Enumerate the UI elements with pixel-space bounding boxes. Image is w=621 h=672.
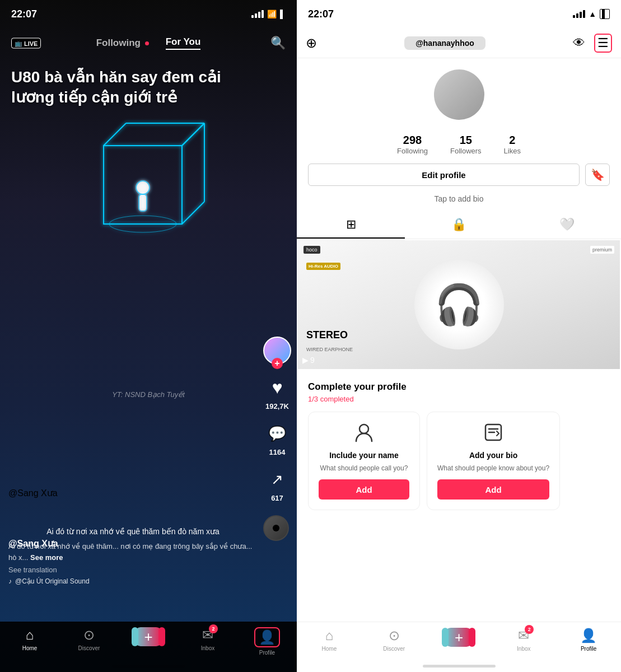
discover-label: Discover <box>78 645 100 651</box>
menu-button[interactable]: ☰ <box>594 34 612 53</box>
right-plus-icon: + <box>455 629 463 646</box>
right-nav-inbox[interactable]: ✉ 2 Inbox <box>491 628 556 652</box>
right-create-button[interactable]: + <box>445 628 472 647</box>
right-nav-discover[interactable]: ⊙ Discover <box>362 628 427 652</box>
comment-count: 1164 <box>269 448 286 456</box>
complete-cards: Include your name What should people cal… <box>308 412 610 510</box>
nav-discover[interactable]: ⊙ Discover <box>59 627 119 651</box>
username-display: @hananayhhoo <box>404 36 485 50</box>
complete-card-name: Include your name What should people cal… <box>308 412 420 510</box>
music-note-icon: ♪ <box>8 577 12 585</box>
cube-svg <box>70 101 227 258</box>
video-title: U80 bà vẫn hăn say đem cải lương tiếp cậ… <box>11 67 258 108</box>
see-more-link[interactable]: See more <box>30 553 63 562</box>
private-tab[interactable]: 🔒 <box>405 212 513 239</box>
profile-icon: 👤 <box>259 629 276 645</box>
right-home-label: Home <box>322 646 337 652</box>
music-avatar <box>263 515 289 541</box>
following-label: Following <box>96 38 141 48</box>
right-home-indicator <box>423 665 496 668</box>
bio-text[interactable]: Tap to add bio <box>297 194 621 212</box>
heart-outline-icon: 🤍 <box>559 217 575 232</box>
share-count: 617 <box>271 494 283 502</box>
following-count: 298 <box>403 134 422 147</box>
svg-line-1 <box>104 123 126 146</box>
comment-action[interactable]: 💬 1164 <box>264 421 290 456</box>
complete-subtitle: 1/3 completed <box>308 395 610 403</box>
profile-highlight: 👤 <box>254 627 280 647</box>
right-signal-icon <box>573 10 585 18</box>
bio-icon <box>483 422 503 446</box>
stereo-text: STEREO <box>306 329 348 341</box>
thumb-inner: hoco premium Hi-Res AUDIO 🎧 STEREO WIRED… <box>298 240 620 369</box>
create-button[interactable]: + <box>135 627 162 646</box>
like-action[interactable]: ♥ 192,7K <box>264 375 290 410</box>
following-stat[interactable]: 298 Following <box>397 134 428 155</box>
right-nav-create[interactable]: + <box>427 628 492 647</box>
bookmark-button[interactable]: 🔖 <box>585 164 610 186</box>
right-time: 22:07 <box>308 8 334 20</box>
tv-icon: 📺 <box>15 40 22 47</box>
likes-stat[interactable]: 2 Likes <box>504 134 521 155</box>
grid-icon: ⊞ <box>346 217 356 232</box>
hires-badge: Hi-Res AUDIO <box>306 263 340 270</box>
video-thumbnail[interactable]: hoco premium Hi-Res AUDIO 🎧 STEREO WIRED… <box>298 240 620 369</box>
author-name: @Sang Xưa <box>8 488 58 498</box>
wired-text: WIRED EARPHONE <box>306 347 353 352</box>
video-visual <box>70 101 227 258</box>
share-action[interactable]: ↗ 617 <box>264 466 290 502</box>
for-you-tab[interactable]: For You <box>166 36 201 50</box>
video-author-avatar[interactable]: + <box>263 337 291 365</box>
earphones-emoji: 🎧 <box>435 282 483 328</box>
comment-icon: 💬 <box>264 421 290 446</box>
profile-avatar <box>434 69 484 120</box>
nav-profile[interactable]: 👤 Profile <box>237 627 297 656</box>
attribution-text: YT: NSND Bạch Tuyết <box>112 390 185 399</box>
following-label: Following <box>397 147 428 155</box>
right-profile-label: Profile <box>581 646 596 652</box>
inbox-wrapper: ✉ 2 <box>202 627 213 643</box>
following-tab[interactable]: Following <box>96 38 149 49</box>
right-status-bar: 22:07 ▲ ▌ <box>297 0 621 28</box>
video-grid: hoco premium Hi-Res AUDIO 🎧 STEREO WIRED… <box>297 239 621 370</box>
add-name-button[interactable]: Add <box>319 479 409 500</box>
videos-tab[interactable]: ⊞ <box>297 212 405 239</box>
svg-line-4 <box>182 123 204 146</box>
left-bottom-nav: ⌂ Home ⊙ Discover + ✉ 2 Inbox 👤 Profile <box>0 622 297 672</box>
complete-profile-section: Complete your profile 1/3 completed Incl… <box>297 370 621 521</box>
followers-count: 15 <box>460 134 472 147</box>
svg-point-10 <box>359 424 368 433</box>
profile-avatar-section <box>297 58 621 125</box>
left-status-bar: 22:07 📶 ▌ <box>0 0 297 28</box>
like-count: 192,7K <box>265 402 289 410</box>
likes-label: Likes <box>504 147 521 155</box>
discover-icon: ⊙ <box>83 627 95 643</box>
add-user-button[interactable]: ⊕ <box>306 35 317 51</box>
card-name-title: Include your name <box>329 451 399 460</box>
top-nav: 📺 LIVE Following For You 🔍 <box>0 28 297 58</box>
see-translation-btn[interactable]: See translation <box>8 566 258 574</box>
username-section: @hananayhhoo <box>317 36 573 50</box>
add-bio-button[interactable]: Add <box>437 479 549 500</box>
right-nav-home[interactable]: ⌂ Home <box>297 628 362 652</box>
top-right-actions: 👁 ☰ <box>573 34 612 53</box>
liked-tab[interactable]: 🤍 <box>513 212 621 239</box>
followers-label: Followers <box>450 147 482 155</box>
nav-home[interactable]: ⌂ Home <box>0 627 59 651</box>
right-nav-profile[interactable]: 👤 Profile <box>556 628 621 652</box>
nav-create[interactable]: + <box>119 627 178 646</box>
right-inbox-wrapper: ✉ 2 <box>518 628 529 643</box>
music-name: @Cậu Út Original Sound <box>15 577 90 585</box>
play-count: ▶ 9 <box>302 356 315 365</box>
search-button[interactable]: 🔍 <box>270 36 286 50</box>
nav-inbox[interactable]: ✉ 2 Inbox <box>178 627 237 651</box>
eye-button[interactable]: 👁 <box>573 36 585 50</box>
earphones-visual: 🎧 <box>414 260 504 349</box>
edit-profile-button[interactable]: Edit profile <box>308 164 580 186</box>
followers-stat[interactable]: 15 Followers <box>450 134 482 155</box>
play-icon: ▶ <box>302 356 309 365</box>
live-button[interactable]: 📺 LIVE <box>11 38 41 49</box>
right-panel: 22:07 ▲ ▌ ⊕ @hananayhhoo 👁 ☰ <box>297 0 621 672</box>
live-label: LIVE <box>24 40 38 46</box>
caption-text: Ai đó từ nơi xa nhớ về quê thăm bến đò n… <box>8 526 258 563</box>
